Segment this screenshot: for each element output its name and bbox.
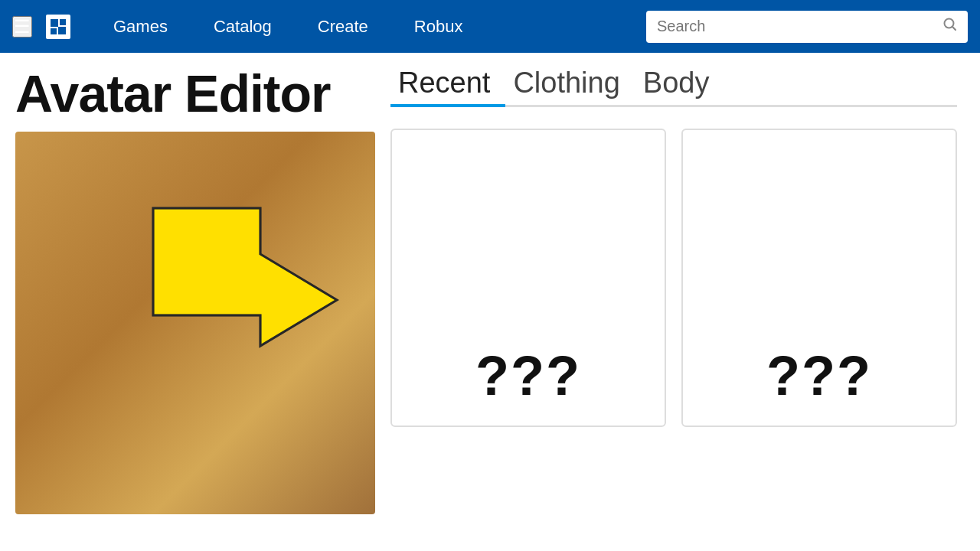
main-content: Avatar Editor Recent Clothing Body ??? ?…: [0, 53, 980, 551]
search-box: [646, 11, 968, 43]
left-panel: Avatar Editor: [0, 53, 375, 551]
roblox-logo-icon: [43, 11, 74, 42]
search-container: [646, 11, 968, 43]
avatar-preview: [15, 132, 375, 514]
nav-games[interactable]: Games: [90, 0, 191, 53]
items-grid: ??? ???: [390, 126, 957, 427]
svg-rect-4: [58, 27, 66, 34]
navbar: ☰ Games Catalog Create Robux: [0, 0, 980, 53]
svg-line-6: [952, 27, 956, 30]
roblox-logo[interactable]: [41, 10, 75, 44]
nav-create[interactable]: Create: [295, 0, 391, 53]
item-placeholder-1: ???: [475, 344, 581, 407]
nav-robux[interactable]: Robux: [391, 0, 486, 53]
yellow-arrow-icon: [138, 193, 352, 361]
item-card-1[interactable]: ???: [390, 129, 666, 427]
tabs-container: Recent Clothing Body: [390, 68, 957, 107]
tab-recent[interactable]: Recent: [390, 68, 505, 105]
svg-rect-3: [51, 28, 57, 34]
hamburger-button[interactable]: ☰: [12, 16, 32, 37]
svg-marker-7: [153, 208, 337, 346]
item-card-2[interactable]: ???: [681, 129, 957, 427]
svg-rect-2: [60, 19, 66, 25]
search-icon: [943, 18, 957, 35]
page-title: Avatar Editor: [15, 65, 360, 122]
tab-body[interactable]: Body: [635, 68, 725, 105]
item-placeholder-2: ???: [766, 344, 872, 407]
search-input[interactable]: [657, 18, 936, 35]
right-panel: Recent Clothing Body ??? ???: [375, 53, 980, 551]
nav-catalog[interactable]: Catalog: [191, 0, 295, 53]
svg-rect-1: [51, 19, 58, 27]
nav-links: Games Catalog Create Robux: [90, 0, 646, 53]
tab-clothing[interactable]: Clothing: [505, 68, 635, 105]
